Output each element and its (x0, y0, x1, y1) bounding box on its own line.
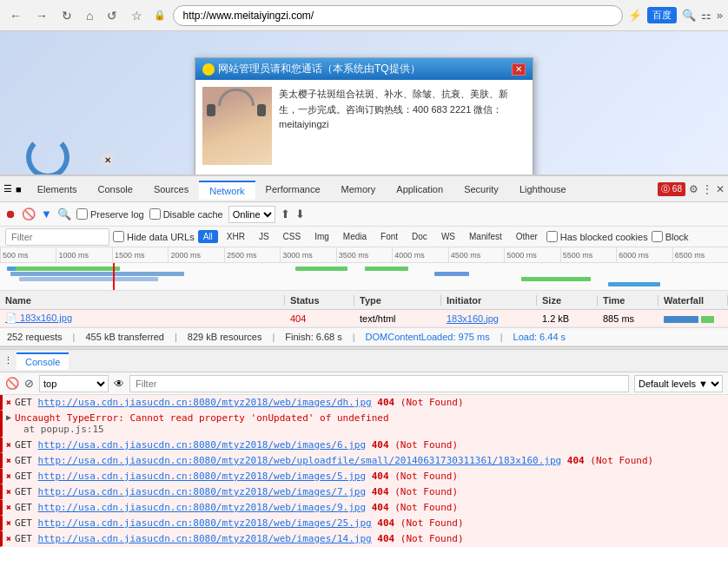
tab-performance[interactable]: Performance (255, 181, 331, 198)
console-error-3: ✖ GET http://usa.cdn.jiasucdn.cn:8080/mt… (0, 438, 728, 453)
filter-doc-button[interactable]: Doc (407, 230, 433, 243)
network-toolbar: ⏺ 🚫 ▼ 🔍 Preserve log Disable cache Onlin… (0, 202, 728, 227)
status-requests: 252 requests (7, 332, 63, 342)
network-table-row[interactable]: 📄 183x160.jpg 404 text/html 183x160.jpg … (0, 310, 728, 327)
disable-cache-checkbox[interactable] (149, 208, 161, 220)
console-error-5: ✖ GET http://usa.cdn.jiasucdn.cn:8080/mt… (0, 469, 728, 484)
expand-arrow-1[interactable]: ▶ (6, 412, 11, 424)
more-button[interactable]: » (717, 9, 723, 22)
tick-500ms: 500 ms (0, 247, 56, 262)
console-toolbar: 🚫 ⊘ top 👁 Default levels ▼ (0, 372, 728, 395)
tab-lighthouse[interactable]: Lighthouse (509, 181, 577, 198)
row-initiator[interactable]: 183x160.jpg (441, 313, 537, 324)
tick-6000ms: 6000 ms (616, 247, 672, 262)
status-transferred: 455 kB transferred (85, 332, 164, 342)
waterfall-bar-4 (19, 277, 158, 281)
console-clear-button[interactable]: 🚫 (5, 377, 19, 390)
export-har-button[interactable]: ⬇ (295, 207, 305, 221)
row-name[interactable]: 📄 183x160.jpg (0, 313, 285, 324)
filter-other-button[interactable]: Other (511, 230, 543, 243)
filter-all-button[interactable]: All (198, 230, 218, 243)
filter-ws-button[interactable]: WS (436, 230, 460, 243)
search-network-button[interactable]: 🔍 (57, 207, 71, 221)
tab-security[interactable]: Security (453, 181, 509, 198)
waterfall-bar-9 (608, 282, 660, 286)
waterfall-bar-3 (10, 272, 184, 276)
lightning-button[interactable]: ⚡ (628, 9, 642, 22)
console-eye-icon[interactable]: 👁 (114, 378, 124, 390)
col-initiator: Initiator (441, 295, 537, 306)
error-icon-4: ✖ (6, 456, 11, 465)
popup-dialog: 网站管理员请和您通话（本系统由TQ提供） ✕ 美太樱子祛斑组合祛斑、补水、除皱、… (195, 57, 533, 174)
filter-img-button[interactable]: Img (309, 230, 334, 243)
devtools-toggle-icon[interactable]: ☰ (3, 183, 12, 194)
network-status-bar: 252 requests | 455 kB transferred | 829 … (0, 327, 728, 346)
tab-console-panel[interactable]: Console (17, 352, 69, 370)
tab-application[interactable]: Application (386, 181, 453, 198)
back-button[interactable]: ← (5, 7, 26, 24)
address-bar[interactable] (173, 5, 622, 26)
disable-cache-label: Disable cache (149, 208, 223, 220)
error-icon-7: ✖ (6, 503, 11, 512)
console-typeerror: ▶ Uncaught TypeError: Cannot read proper… (0, 411, 728, 438)
filter-toggle-button[interactable]: ▼ (41, 207, 52, 221)
filter-css-button[interactable]: CSS (278, 230, 307, 243)
filter-js-button[interactable]: JS (254, 230, 275, 243)
tab-console[interactable]: Console (88, 181, 143, 198)
console-levels-select[interactable]: Default levels ▼ (634, 375, 723, 392)
tab-elements[interactable]: Elements (27, 181, 88, 198)
tab-close-icon[interactable]: ✕ (101, 153, 115, 167)
devtools-inspect-icon[interactable]: ■ (16, 184, 22, 194)
devtools-close-icon[interactable]: ✕ (716, 183, 725, 195)
console-filter-icon[interactable]: ⊘ (24, 377, 34, 390)
clear-button[interactable]: 🚫 (22, 207, 36, 221)
throttle-select[interactable]: Online (228, 206, 275, 223)
bookmark-button[interactable]: ☆ (127, 7, 147, 24)
status-resources: 829 kB resources (188, 332, 262, 342)
home-button[interactable]: ⌂ (82, 7, 97, 24)
console-error-6: ✖ GET http://usa.cdn.jiasucdn.cn:8080/mt… (0, 484, 728, 500)
console-toggle-icon[interactable]: ⋮ (3, 355, 13, 366)
col-status: Status (285, 295, 354, 306)
webpage-area: ✕ 网站管理员请和您通话（本系统由TQ提供） ✕ 美太樱子祛斑组合祛斑、补水、除… (0, 31, 728, 174)
console-filter-input[interactable] (129, 375, 629, 392)
forward-button[interactable]: → (31, 7, 52, 24)
devtools-panel: ☰ ■ Elements Console Sources Network Per… (0, 174, 728, 586)
history-button[interactable]: ↺ (103, 7, 122, 24)
filter-input[interactable] (5, 228, 109, 246)
filter-font-button[interactable]: Font (375, 230, 403, 243)
filter-media-button[interactable]: Media (338, 230, 372, 243)
block-checkbox[interactable] (652, 231, 663, 242)
status-finish: Finish: 6.68 s (285, 332, 341, 342)
tab-memory[interactable]: Memory (331, 181, 387, 198)
hide-data-urls-checkbox[interactable] (113, 231, 124, 242)
blocked-cookies-checkbox[interactable] (546, 231, 558, 242)
hide-data-urls-label: Hide data URLs (113, 231, 195, 242)
col-size: Size (537, 295, 598, 306)
tab-sources[interactable]: Sources (143, 181, 199, 198)
tick-3500ms: 3500 ms (336, 247, 392, 262)
row-size: 1.2 kB (537, 313, 598, 324)
tick-2000ms: 2000 ms (168, 247, 223, 262)
popup-close-button[interactable]: ✕ (512, 63, 526, 76)
console-context-select[interactable]: top (39, 375, 109, 392)
devtools-dock-icon[interactable]: ⋮ (702, 183, 712, 195)
baidu-button[interactable]: 百度 (647, 7, 677, 23)
col-waterfall: Waterfall (659, 295, 728, 306)
preserve-log-checkbox[interactable] (76, 208, 88, 220)
record-button[interactable]: ⏺ (5, 207, 17, 221)
search-button[interactable]: 🔍 (682, 9, 696, 22)
tick-2500ms: 2500 ms (224, 247, 280, 262)
grid-button[interactable]: ⚏ (701, 9, 711, 22)
console-tab-bar: ⋮ Console (0, 350, 728, 372)
filter-xhr-button[interactable]: XHR (222, 230, 250, 243)
error-icon-6: ✖ (6, 487, 11, 497)
import-har-button[interactable]: ⬆ (281, 207, 290, 221)
reload-button[interactable]: ↻ (57, 7, 76, 24)
timeline-waterfall (0, 263, 728, 291)
col-name: Name (0, 295, 285, 306)
popup-body: 美太樱子祛斑组合祛斑、补水、除皱、抗衰、美肤、新生，一步完成。咨询订购热线：40… (195, 80, 533, 172)
filter-manifest-button[interactable]: Manifest (464, 230, 507, 243)
tab-network[interactable]: Network (199, 181, 255, 200)
devtools-settings-icon[interactable]: ⚙ (689, 183, 698, 195)
